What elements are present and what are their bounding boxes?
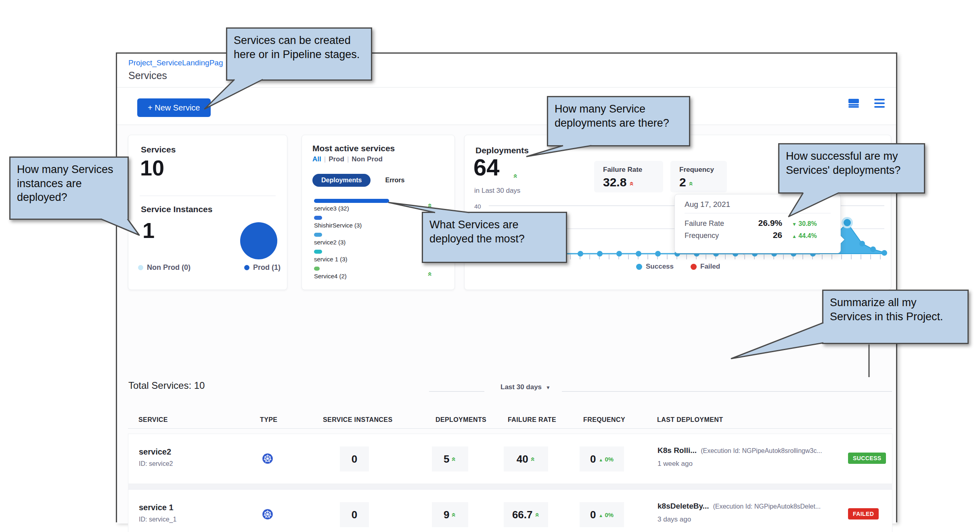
deployments-period: in Last 30 days <box>474 187 520 195</box>
failure-rate-box: Failure Rate 32.8 « <box>594 161 663 192</box>
legend-prod-label: Prod (1) <box>253 263 281 272</box>
tooltip-failure-value: 26.9% <box>758 218 782 228</box>
card-view-icon[interactable] <box>848 99 859 108</box>
failure-rate-label: Failure Rate <box>603 166 654 174</box>
tooltip-failure-row: Failure Rate 26.9% ▼ 30.8% <box>685 218 831 228</box>
env-filter: All|Prod|Non Prod <box>312 155 383 163</box>
trend-up-icon: « <box>450 513 458 517</box>
table-row-service-1[interactable]: service 1 ID: service_1 0 9« 66.7« 0▲ 0%… <box>128 489 892 532</box>
tooltip-failure-change: ▼ 30.8% <box>792 220 831 227</box>
page: Project_ServiceLandingPag Services + New… <box>0 0 980 532</box>
callout-instances: How many Services instances are deployed… <box>9 156 129 220</box>
frequency-cell: 0▲ 0% <box>580 446 624 471</box>
service-name: service2 <box>139 447 173 457</box>
col-type: TYPE <box>260 416 277 424</box>
frequency-label: Frequency <box>679 166 718 174</box>
bar-shishirservice <box>314 216 322 220</box>
filter-prod[interactable]: Prod <box>329 155 344 163</box>
frequency-value: 2 « <box>679 175 718 189</box>
trend-up-icon: « <box>512 174 520 178</box>
pipeline-name[interactable]: k8sDeleteBy... <box>658 502 709 510</box>
bar-service2 <box>314 233 322 237</box>
deployment-time: 1 week ago <box>658 460 841 468</box>
deployment-time: 3 days ago <box>658 515 841 524</box>
status-badge: FAILED <box>848 508 879 519</box>
failure-rate-value: 32.8 « <box>603 175 654 189</box>
bar-label: service3 (32) <box>314 205 435 212</box>
tooltip-frequency-value: 26 <box>773 230 782 240</box>
last-deployment-cell: K8s Rolli...(Execution Id: NGPipeAutok8s… <box>658 446 841 468</box>
most-active-title: Most active services <box>312 144 395 153</box>
bar-label: service2 (3) <box>314 239 435 246</box>
tooltip-frequency-change: ▲ 44.4% <box>792 232 831 240</box>
range-divider <box>429 388 892 394</box>
trend-up-icon: « <box>688 182 695 186</box>
last-deployment-cell: k8sDeleteBy...(Execution Id: NGPipeAutok… <box>658 502 841 524</box>
bar-service3 <box>314 199 389 203</box>
toggle-errors[interactable]: Errors <box>385 177 404 184</box>
legend-nonprod-label: Non Prod (0) <box>147 263 191 272</box>
card-divider <box>140 196 276 196</box>
trend-legend: Success Failed <box>636 263 720 271</box>
callout-most-deployed: What Services are deployed the most? <box>422 212 567 263</box>
legend-success: Success <box>636 263 674 271</box>
status-badge: SUCCESS <box>848 453 886 464</box>
table-header: SERVICE TYPE SERVICE INSTANCES DEPLOYMEN… <box>128 416 892 428</box>
frequency-box: Frequency 2 « <box>670 161 727 192</box>
failed-dot-icon <box>691 264 697 270</box>
toggle-deployments[interactable]: Deployments <box>312 174 371 187</box>
frequency-cell: 0▲ 0% <box>580 502 624 527</box>
trend-up-icon: « <box>529 457 537 461</box>
triangle-up-icon: ▲ <box>599 513 603 518</box>
col-service: SERVICE <box>138 416 168 424</box>
tooltip-divider <box>685 213 831 213</box>
triangle-up-icon: ▲ <box>792 234 797 239</box>
deployments-cell: 9« <box>432 502 468 527</box>
triangle-down-icon: ▼ <box>792 221 797 227</box>
active-services-bar-chart: service3 (32) ShishirService (3) service… <box>314 199 435 284</box>
execution-id: (Execution Id: NGPipeAutok8sDelet... <box>713 503 821 510</box>
failure-rate-cell: 40« <box>504 446 548 471</box>
service-id: ID: service_1 <box>139 516 176 523</box>
view-toggle-group <box>848 99 885 108</box>
deployments-total: 64 <box>473 154 500 181</box>
table-row-service2[interactable]: service2 ID: service2 0 5« 40« 0▲ 0% K8s… <box>128 434 892 484</box>
service-name-cell: service 1 ID: service_1 <box>139 503 176 523</box>
trend-up-icon: « <box>628 182 636 186</box>
bar-service1 <box>314 250 322 254</box>
trend-up-icon: « <box>534 513 541 517</box>
failure-rate-cell: 66.7« <box>504 502 548 527</box>
bar-label: service 1 (3) <box>314 256 435 263</box>
bar-item: service 1 (3) <box>314 250 435 263</box>
services-table: service2 ID: service2 0 5« 40« 0▲ 0% K8s… <box>128 434 892 532</box>
new-service-button[interactable]: + New Service <box>137 98 211 117</box>
list-view-icon[interactable] <box>874 99 885 108</box>
prod-dot-icon <box>244 265 249 270</box>
breadcrumb[interactable]: Project_ServiceLandingPag <box>128 58 223 67</box>
services-count: 10 <box>140 155 164 180</box>
col-failure-rate: FAILURE RATE <box>508 416 556 424</box>
callout-summarize: Summarize all my Services in this Projec… <box>822 290 969 344</box>
tooltip-failure-label: Failure Rate <box>685 219 724 228</box>
callout-create-services: Services can be created here or in Pipel… <box>226 27 372 81</box>
service-id: ID: service2 <box>139 460 173 467</box>
trend-up-icon: « <box>427 203 434 208</box>
legend-success-label: Success <box>646 263 674 271</box>
service-name: service 1 <box>139 503 176 512</box>
time-range-dropdown[interactable]: Last 30 days▼ <box>500 383 551 391</box>
instances-cell: 0 <box>340 502 369 527</box>
header-underline <box>128 428 892 429</box>
total-services-label: Total Services: 10 <box>128 380 205 391</box>
legend-nonprod: Non Prod (0) <box>138 263 191 272</box>
col-service-instances: SERVICE INSTANCES <box>323 416 392 424</box>
filter-all[interactable]: All <box>312 155 321 163</box>
pipeline-name[interactable]: K8s Rolli... <box>658 446 697 455</box>
legend-prod: Prod (1) <box>244 263 281 272</box>
service-name-cell: service2 ID: service2 <box>139 447 173 467</box>
filter-nonprod[interactable]: Non Prod <box>352 155 383 163</box>
bar-label: Service4 (2) <box>314 273 435 280</box>
bar-label: ShishirService (3) <box>314 222 435 229</box>
metric-toggle: Deployments Errors <box>312 174 405 187</box>
trend-up-icon: « <box>450 457 458 461</box>
legend-failed-label: Failed <box>700 263 720 271</box>
